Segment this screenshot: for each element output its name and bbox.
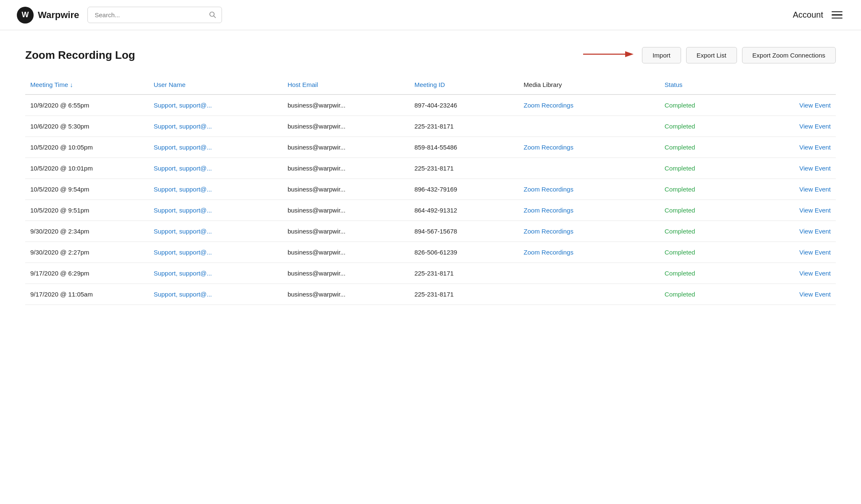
cell-user-name: Support, support@... (148, 94, 283, 116)
media-library-link[interactable]: Zoom Recordings (524, 186, 573, 193)
user-name-link[interactable]: Support, support@... (153, 144, 212, 151)
cell-meeting-time: 10/5/2020 @ 10:01pm (25, 158, 148, 179)
cell-view-event: View Event (751, 221, 836, 242)
cell-view-event: View Event (751, 137, 836, 158)
cell-host-email: business@warpwir... (283, 116, 409, 137)
media-library-link[interactable]: Zoom Recordings (524, 102, 573, 109)
cell-host-email: business@warpwir... (283, 221, 409, 242)
user-name-link[interactable]: Support, support@... (153, 207, 212, 214)
view-event-link[interactable]: View Event (799, 207, 831, 214)
import-button[interactable]: Import (642, 47, 681, 63)
table-row: 10/5/2020 @ 10:05pmSupport, support@...b… (25, 137, 836, 158)
cell-host-email: business@warpwir... (283, 179, 409, 200)
cell-status: Completed (660, 158, 751, 179)
cell-meeting-id: 897-404-23246 (409, 94, 519, 116)
sort-status[interactable]: Status (665, 81, 683, 88)
cell-meeting-time: 10/5/2020 @ 9:51pm (25, 200, 148, 221)
cell-media-library (519, 263, 660, 284)
media-library-link[interactable]: Zoom Recordings (524, 207, 573, 214)
status-badge: Completed (665, 102, 695, 109)
sort-meeting-id[interactable]: Meeting ID (415, 81, 445, 88)
table-row: 9/17/2020 @ 11:05amSupport, support@...b… (25, 284, 836, 305)
media-library-link[interactable]: Zoom Recordings (524, 144, 573, 151)
cell-view-event: View Event (751, 200, 836, 221)
user-name-link[interactable]: Support, support@... (153, 249, 212, 256)
user-name-link[interactable]: Support, support@... (153, 291, 212, 298)
page-actions: Import Export List Export Zoom Connectio… (583, 47, 836, 63)
page-title: Zoom Recording Log (25, 49, 135, 62)
user-name-link[interactable]: Support, support@... (153, 102, 212, 109)
table-container: Meeting Time ↓ User Name Host Email Meet… (25, 77, 836, 305)
view-event-link[interactable]: View Event (799, 228, 831, 235)
svg-marker-3 (625, 51, 634, 57)
col-header-media-library: Media Library (519, 77, 660, 94)
cell-view-event: View Event (751, 158, 836, 179)
col-header-user-name: User Name (148, 77, 283, 94)
cell-status: Completed (660, 221, 751, 242)
view-event-link[interactable]: View Event (799, 186, 831, 193)
cell-meeting-time: 10/9/2020 @ 6:55pm (25, 94, 148, 116)
hamburger-menu[interactable] (830, 10, 844, 21)
user-name-link[interactable]: Support, support@... (153, 123, 212, 130)
cell-user-name: Support, support@... (148, 179, 283, 200)
cell-meeting-id: 826-506-61239 (409, 242, 519, 263)
cell-status: Completed (660, 179, 751, 200)
cell-meeting-id: 225-231-8171 (409, 284, 519, 305)
media-library-link[interactable]: Zoom Recordings (524, 249, 573, 256)
search-container (87, 7, 222, 23)
cell-status: Completed (660, 263, 751, 284)
arrow-indicator (583, 48, 634, 63)
sort-host-email[interactable]: Host Email (288, 81, 318, 88)
user-name-link[interactable]: Support, support@... (153, 228, 212, 235)
view-event-link[interactable]: View Event (799, 102, 831, 109)
cell-user-name: Support, support@... (148, 158, 283, 179)
cell-status: Completed (660, 94, 751, 116)
view-event-link[interactable]: View Event (799, 144, 831, 151)
cell-meeting-id: 225-231-8171 (409, 158, 519, 179)
cell-media-library: Zoom Recordings (519, 94, 660, 116)
cell-meeting-id: 896-432-79169 (409, 179, 519, 200)
cell-user-name: Support, support@... (148, 137, 283, 158)
export-list-button[interactable]: Export List (686, 47, 737, 63)
cell-media-library (519, 116, 660, 137)
cell-view-event: View Event (751, 284, 836, 305)
col-header-status: Status (660, 77, 751, 94)
cell-host-email: business@warpwir... (283, 284, 409, 305)
cell-user-name: Support, support@... (148, 284, 283, 305)
status-badge: Completed (665, 207, 695, 214)
status-badge: Completed (665, 228, 695, 235)
cell-meeting-id: 894-567-15678 (409, 221, 519, 242)
status-badge: Completed (665, 249, 695, 256)
cell-host-email: business@warpwir... (283, 137, 409, 158)
user-name-link[interactable]: Support, support@... (153, 165, 212, 172)
cell-host-email: business@warpwir... (283, 263, 409, 284)
sort-user-name[interactable]: User Name (153, 81, 185, 88)
status-badge: Completed (665, 291, 695, 298)
user-name-link[interactable]: Support, support@... (153, 186, 212, 193)
export-zoom-button[interactable]: Export Zoom Connections (742, 47, 836, 63)
view-event-link[interactable]: View Event (799, 249, 831, 256)
view-event-link[interactable]: View Event (799, 165, 831, 172)
col-header-meeting-time: Meeting Time ↓ (25, 77, 148, 94)
cell-user-name: Support, support@... (148, 263, 283, 284)
table-row: 10/9/2020 @ 6:55pmSupport, support@...bu… (25, 94, 836, 116)
media-library-link[interactable]: Zoom Recordings (524, 228, 573, 235)
cell-status: Completed (660, 242, 751, 263)
cell-media-library: Zoom Recordings (519, 137, 660, 158)
logo[interactable]: W Warpwire (17, 7, 79, 24)
cell-meeting-id: 864-492-91312 (409, 200, 519, 221)
header: W Warpwire Account (0, 0, 861, 30)
view-event-link[interactable]: View Event (799, 291, 831, 298)
view-event-link[interactable]: View Event (799, 270, 831, 277)
col-header-action (751, 77, 836, 94)
search-input[interactable] (87, 7, 222, 23)
col-header-meeting-id: Meeting ID (409, 77, 519, 94)
cell-media-library: Zoom Recordings (519, 221, 660, 242)
user-name-link[interactable]: Support, support@... (153, 270, 212, 277)
status-badge: Completed (665, 144, 695, 151)
table-row: 9/30/2020 @ 2:27pmSupport, support@...bu… (25, 242, 836, 263)
status-badge: Completed (665, 186, 695, 193)
view-event-link[interactable]: View Event (799, 123, 831, 130)
sort-meeting-time[interactable]: Meeting Time ↓ (30, 81, 73, 88)
cell-meeting-time: 9/17/2020 @ 11:05am (25, 284, 148, 305)
